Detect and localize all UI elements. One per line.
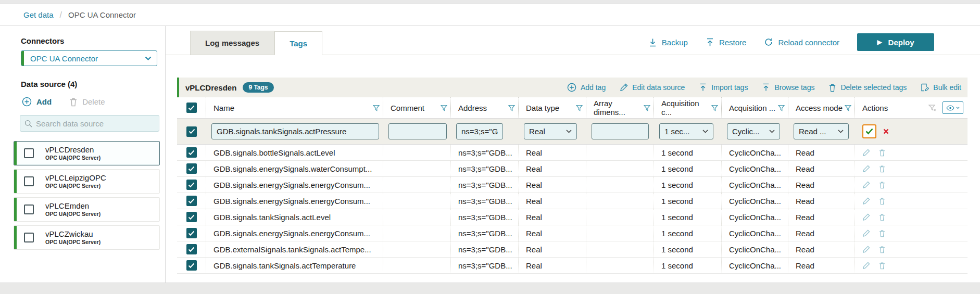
tag-array-dimension [586, 161, 654, 176]
tag-address-input[interactable] [456, 123, 503, 139]
top-strip [0, 0, 980, 4]
delete-tag-icon[interactable] [878, 213, 886, 221]
row-checkbox[interactable] [186, 196, 197, 206]
datasource-checkbox[interactable] [24, 176, 34, 186]
column-header-acquisition-mode: Acquisition ... [729, 104, 775, 112]
edit-tag-icon[interactable] [862, 165, 870, 173]
tag-array-dimension [586, 241, 654, 257]
tag-acquisition-cycle: 1 second [654, 193, 722, 209]
column-visibility-button[interactable] [943, 101, 963, 114]
import-tags-button[interactable]: Import tags [699, 83, 748, 92]
filter-icon[interactable] [508, 105, 515, 111]
add-datasource-button[interactable]: Add [22, 97, 52, 107]
datasource-item-vplcleipzigopc[interactable]: vPLCLeipzigOPC OPC UA(OPC Server) [14, 169, 160, 194]
array-dimension-input[interactable] [592, 123, 649, 139]
delete-tag-icon[interactable] [878, 262, 886, 270]
delete-tag-icon[interactable] [878, 149, 886, 157]
chevron-down-icon [145, 56, 152, 61]
tag-data-type: Real [519, 177, 586, 193]
tags-panel: vPLCDresden 9 Tags Add tag [177, 78, 968, 274]
tag-data-type: Real [519, 225, 586, 241]
status-bar [14, 198, 17, 221]
datasource-checkbox[interactable] [24, 204, 34, 214]
delete-tag-icon[interactable] [878, 181, 886, 189]
edit-tag-icon[interactable] [862, 213, 870, 221]
edit-data-source-button[interactable]: Edit data source [620, 83, 685, 92]
tags-panel-header: vPLCDresden 9 Tags Add tag [177, 78, 968, 97]
add-tag-button[interactable]: Add tag [567, 83, 606, 92]
delete-tag-icon[interactable] [878, 197, 886, 205]
edit-tag-icon[interactable] [862, 262, 870, 270]
datasource-type: OPC UA(OPC Server) [45, 211, 100, 218]
table-row: GDB.signals.energySignals.energyConsum..… [177, 177, 968, 193]
column-header-data-type: Data type [526, 104, 559, 112]
edit-tag-icon[interactable] [862, 181, 870, 189]
tab-log-messages[interactable]: Log messages [190, 31, 274, 55]
datasource-checkbox[interactable] [24, 148, 34, 158]
edit-tag-icon[interactable] [862, 197, 870, 205]
row-checkbox[interactable] [186, 163, 197, 174]
tag-acquisition-mode: CyclicOnCha... [722, 177, 788, 193]
edit-tag-icon[interactable] [862, 149, 870, 157]
select-all-checkbox[interactable] [186, 103, 197, 113]
datasource-item-vplczwickau[interactable]: vPLCZwickau OPC UA(OPC Server) [14, 225, 160, 250]
datasource-item-vplcdresden[interactable]: vPLCDresden OPC UA(OPC Server) [14, 141, 160, 165]
tag-data-type: Real [519, 161, 586, 176]
tag-address: ns=3;s="GDB... [451, 209, 519, 225]
row-checkbox[interactable] [186, 180, 197, 190]
filter-icon[interactable] [711, 105, 718, 111]
deploy-button[interactable]: ▶ Deploy [857, 33, 934, 51]
filter-icon[interactable] [373, 105, 380, 111]
delete-tag-icon[interactable] [878, 246, 886, 253]
filter-icon[interactable] [441, 105, 447, 111]
confirm-edit-button[interactable] [862, 124, 876, 138]
tag-name-input[interactable] [211, 123, 379, 139]
delete-tag-icon[interactable] [878, 229, 886, 237]
tab-tags[interactable]: Tags [274, 31, 322, 55]
connector-select[interactable]: OPC UA Connector [21, 50, 157, 66]
browse-tags-button[interactable]: Browse tags [762, 83, 814, 92]
bulk-edit-button[interactable]: Bulk edit [921, 83, 961, 92]
row-checkbox[interactable] [186, 228, 197, 238]
filter-icon[interactable] [845, 105, 851, 111]
filter-icon[interactable] [644, 105, 650, 111]
edit-tag-icon[interactable] [862, 229, 870, 237]
delete-selected-tags-button[interactable]: Delete selected tags [828, 83, 907, 92]
filter-icon[interactable] [778, 105, 785, 111]
datasource-checkbox[interactable] [24, 233, 34, 242]
acquisition-mode-select[interactable]: Cyclic... [727, 123, 780, 139]
access-mode-select[interactable]: Read ... [794, 123, 849, 139]
row-checkbox[interactable] [186, 212, 197, 222]
cancel-edit-button[interactable] [880, 125, 892, 138]
row-checkbox[interactable] [186, 260, 197, 271]
tag-address: ns=3;s="GDB... [451, 193, 519, 209]
datasource-item-vplcemden[interactable]: vPLCEmden OPC UA(OPC Server) [14, 197, 160, 222]
play-icon: ▶ [877, 39, 882, 45]
tag-name: GDB.signals.energySignals.energyConsum..… [206, 225, 383, 241]
check-icon [865, 128, 873, 135]
data-type-value: Real [529, 127, 545, 136]
status-bar [14, 170, 17, 193]
reload-connector-button[interactable]: Reload connector [764, 37, 839, 47]
breadcrumb-get-data[interactable]: Get data [23, 10, 54, 19]
bottom-strip [0, 283, 980, 294]
connector-status-bar [21, 51, 24, 66]
filter-icon[interactable] [576, 105, 583, 111]
acquisition-cycle-select[interactable]: 1 sec... [659, 123, 713, 139]
row-checkbox[interactable] [186, 244, 197, 254]
delete-tag-icon[interactable] [878, 165, 886, 173]
edit-tag-icon[interactable] [862, 246, 870, 253]
tag-comment-input[interactable] [388, 123, 447, 139]
data-type-select[interactable]: Real [524, 123, 577, 139]
tag-access-mode: Read [788, 241, 855, 257]
refresh-icon [764, 37, 773, 47]
search-input[interactable] [36, 119, 155, 128]
breadcrumb: Get data / OPC UA Connector [0, 4, 980, 26]
backup-button[interactable]: Backup [648, 38, 688, 47]
tag-acquisition-cycle: 1 second [654, 209, 722, 225]
delete-datasource-button[interactable]: Delete [69, 97, 105, 107]
row-checkbox[interactable] [186, 147, 197, 158]
row-checkbox[interactable] [186, 126, 197, 137]
restore-button[interactable]: Restore [706, 38, 747, 47]
clear-filters-icon[interactable] [928, 104, 936, 112]
